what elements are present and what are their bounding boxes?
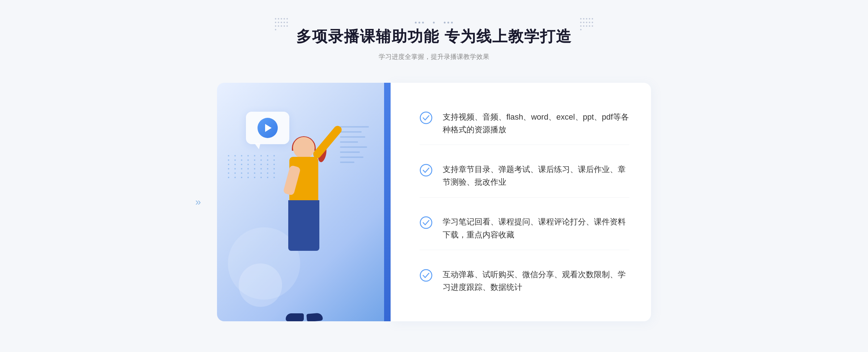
feature-text-3: 学习笔记回看、课程提问、课程评论打分、课件资料下载，重点内容收藏	[443, 215, 629, 241]
page-subtitle: 学习进度全掌握，提升录播课教学效果	[296, 52, 572, 61]
person-shoe-right	[306, 313, 323, 321]
header-dots-decoration	[296, 22, 572, 23]
check-circle-icon-3	[420, 216, 433, 229]
feature-text-2: 支持章节目录、弹题考试、课后练习、课后作业、章节测验、批改作业	[443, 163, 629, 188]
svg-point-0	[420, 112, 432, 124]
feature-item-3: 学习笔记回看、课程提问、课程评论打分、课件资料下载，重点内容收藏	[420, 207, 629, 250]
person-arm-right	[312, 124, 344, 160]
check-circle-icon-1	[420, 111, 433, 124]
content-area: »	[217, 83, 651, 321]
svg-point-3	[420, 270, 432, 281]
illustration-panel	[217, 83, 391, 321]
feature-text-4: 互动弹幕、试听购买、微信分享、观看次数限制、学习进度跟踪、数据统计	[443, 268, 629, 293]
svg-point-2	[420, 217, 432, 228]
page-wrapper: 多项录播课辅助功能 专为线上教学打造 学习进度全掌握，提升录播课教学效果 »	[0, 0, 868, 352]
section-header: 多项录播课辅助功能 专为线上教学打造 学习进度全掌握，提升录播课教学效果	[296, 22, 572, 61]
chevron-right-icon: »	[195, 196, 201, 208]
person-shoe-left	[286, 313, 304, 321]
check-circle-icon-2	[420, 164, 433, 177]
feature-item-4: 互动弹幕、试听购买、微信分享、观看次数限制、学习进度跟踪、数据统计	[420, 259, 629, 302]
blue-accent-bar	[384, 83, 391, 321]
decorative-dots-left	[275, 18, 288, 31]
check-circle-icon-4	[420, 269, 433, 282]
feature-item-1: 支持视频、音频、flash、word、excel、ppt、pdf等各种格式的资源…	[420, 102, 629, 145]
features-panel: 支持视频、音频、flash、word、excel、ppt、pdf等各种格式的资源…	[391, 83, 651, 321]
play-triangle	[265, 124, 272, 132]
page-title: 多项录播课辅助功能 专为线上教学打造	[296, 26, 572, 47]
person-illustration	[257, 133, 351, 321]
feature-item-2: 支持章节目录、弹题考试、课后练习、课后作业、章节测验、批改作业	[420, 154, 629, 197]
side-arrows-decoration: »	[195, 196, 201, 208]
person-pants	[288, 200, 319, 251]
decorative-dots-right	[580, 18, 593, 31]
person-head	[293, 137, 315, 159]
feature-text-1: 支持视频、音频、flash、word、excel、ppt、pdf等各种格式的资源…	[443, 111, 629, 136]
svg-point-1	[420, 164, 432, 176]
